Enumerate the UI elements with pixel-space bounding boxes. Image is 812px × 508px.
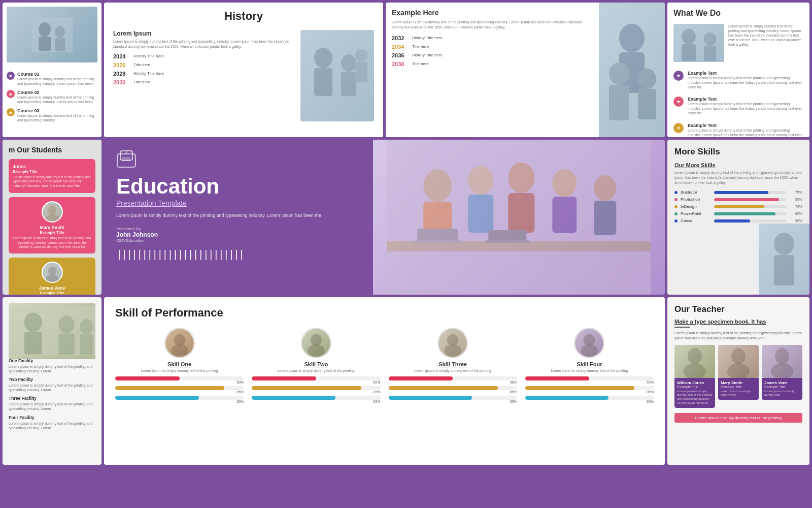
slide-whatwedo: What We Do Lorem ipsum is simply dummy t…	[667, 3, 809, 137]
student-marysmith-desc: Lorem ipsum is simply dummy text of the …	[13, 236, 91, 249]
course-02-title: Course 02	[17, 90, 97, 95]
skill-name-3: PowerPoint	[681, 211, 711, 216]
history-lorem-title: Lorem Ipsum	[113, 30, 293, 37]
svg-point-69	[444, 344, 461, 357]
svg-point-13	[619, 24, 645, 52]
skill-pct-1: 90%	[789, 198, 802, 201]
slide-moreskills: More Skills Our More Skills Lorem ipsum …	[667, 140, 809, 295]
svg-rect-18	[638, 89, 656, 119]
svg-point-15	[609, 62, 629, 85]
ps-pct-0-1: 85%	[115, 390, 244, 394]
skill-bar-fill-1	[714, 198, 779, 201]
svg-point-57	[58, 315, 75, 333]
ps-bar-fill-1-2	[252, 396, 335, 400]
teacher-card-role-2: Example Title	[764, 385, 800, 389]
skill-bar-fill-4	[714, 219, 750, 223]
ps-bar-fill-0-2	[115, 396, 199, 400]
education-presenter-label: Presented By,	[116, 227, 400, 231]
students-title: m Our Students	[9, 146, 95, 154]
ps-pct-1-2: 65%	[252, 400, 380, 403]
performance-title: Skill of Performance	[115, 306, 654, 320]
facility-3: Three Facility Lorem ipsum is simply dum…	[9, 396, 95, 411]
ps-bar-bg-1-2	[252, 396, 380, 400]
facility-4: Four Facility Lorem ipsum is simply dumm…	[9, 415, 95, 430]
whatwedo-label-3: Example Text	[688, 123, 803, 128]
skill-row-3: PowerPoint 85%	[674, 211, 802, 216]
tl-year-2030: 2030	[113, 79, 129, 85]
facility-2-desc: Lorem ipsum is simply dummy text of the …	[9, 383, 95, 392]
skill-bullet-0	[674, 191, 678, 194]
svg-point-72	[581, 344, 598, 357]
tl-year-2028: 2028	[113, 71, 129, 77]
svg-point-36	[424, 169, 452, 202]
perf-skill-img-0	[164, 328, 195, 358]
ps-bar-row-2-0: 50%	[389, 376, 517, 384]
ps-bar-row-2-1: 85%	[389, 386, 517, 394]
svg-rect-47	[418, 229, 458, 241]
skill-bar-bg-1	[714, 198, 786, 201]
svg-point-55	[24, 312, 42, 332]
perf-skill-bars-2: 50% 85%	[389, 376, 517, 405]
skill-name-0: Illustrator	[681, 190, 711, 195]
ps-bar-row-1-1: 85%	[252, 386, 380, 394]
svg-point-20	[682, 29, 696, 44]
education-title: Education	[116, 176, 400, 197]
slide-education: Education Presentation Template Lorem ip…	[104, 140, 665, 295]
ps-bar-bg-3-1	[525, 386, 654, 390]
svg-rect-60	[80, 334, 93, 355]
education-barcode: |||||||||||||||||||||||||	[116, 248, 400, 260]
ps-bar-bg-3-2	[525, 396, 654, 400]
skill-pct-3: 85%	[789, 212, 802, 215]
svg-point-52	[774, 233, 794, 255]
skill-bar-fill-0	[714, 191, 768, 194]
tl-year-2026: 2026	[113, 62, 129, 68]
tl-2036: 2036	[392, 52, 408, 58]
skill-bar-bg-4	[714, 219, 786, 223]
ps-bar-fill-0-0	[115, 376, 180, 380]
teacher-heading: Make a type specimen book. It has	[674, 319, 802, 325]
svg-rect-39	[468, 195, 494, 233]
ps-bar-bg-3-0	[525, 376, 654, 380]
ps-bar-row-2-2: 65%	[389, 396, 517, 403]
slide-facility: One Facility Lorem ipsum is simply dummy…	[3, 297, 101, 465]
ps-bar-fill-2-2	[389, 396, 472, 400]
ps-bar-row-0-2: 65%	[115, 396, 244, 403]
svg-rect-4	[55, 38, 65, 51]
history-lorem-text: Lorem Ipsum is simply dummy text of the …	[113, 39, 293, 49]
course-01-desc: Lorem ipsum is simply dummy text of the …	[17, 77, 97, 86]
whatwedo-label-2: Example Text	[688, 97, 803, 102]
example-here-title: Example Here	[392, 9, 588, 17]
svg-point-42	[553, 169, 577, 197]
perf-skill-desc-2: Lorem ipsum is simply dummy text of the …	[414, 368, 491, 373]
svg-rect-19	[673, 24, 724, 62]
ps-bar-row-3-1: 85%	[525, 386, 654, 394]
perf-skill-img-1	[301, 328, 331, 358]
svg-rect-53	[774, 255, 794, 285]
ps-bar-row-0-1: 85%	[115, 386, 244, 394]
svg-point-66	[308, 344, 325, 357]
ps-pct-3-0: 50%	[525, 380, 654, 384]
facility-4-title: Four Facility	[9, 415, 95, 420]
teacher-cards: William Jones Example Title Lorem ipsum …	[674, 345, 802, 408]
course-03-desc: Lorem ipsum is simply dummy text of the …	[17, 113, 97, 122]
education-role: CEO Education	[116, 238, 400, 243]
teacher-card-desc-0: Lorem ipsum is simply dummy text of the …	[677, 390, 713, 405]
teacher-card-desc-1: Lorem ipsum is simply dummy text	[721, 390, 756, 398]
tl-2032: 2032	[392, 35, 408, 41]
svg-rect-2	[39, 37, 51, 51]
perf-skill-3: Skill Four Lorem ipsum is simply dummy t…	[525, 328, 654, 405]
student-jamesvane-name: James Vane	[39, 285, 65, 291]
teacher-lorem-btn[interactable]: Lorem ipsum › simply dummy text of the p…	[674, 413, 802, 423]
svg-point-10	[355, 49, 367, 62]
slide-example-here: Example Here Lorem Ipsum is simply dummy…	[386, 3, 665, 137]
student-jones-desc: Lorem ipsum is simply dummy text of the …	[13, 175, 91, 188]
ps-pct-0-2: 65%	[115, 400, 244, 403]
history-title: History	[113, 10, 374, 23]
svg-point-59	[80, 319, 93, 334]
student-jamesvane-avatar	[42, 262, 63, 283]
svg-rect-45	[594, 201, 617, 235]
perf-skill-img-2	[437, 328, 468, 358]
svg-point-1	[39, 22, 51, 37]
teacher-card-0: William Jones Example Title Lorem ipsum …	[674, 345, 715, 408]
slide-history: History Lorem Ipsum Lorem Ipsum is simpl…	[104, 3, 383, 137]
